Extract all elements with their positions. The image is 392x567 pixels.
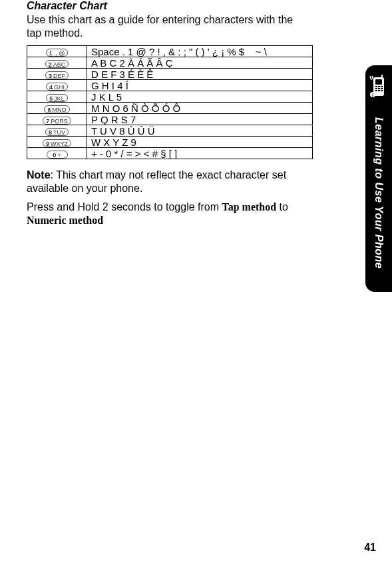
table-row: 2ABCA B C 2 À Á Ã Â Ç [27,57,313,69]
keypad-key-icon: 3DEF [45,71,69,79]
key-digit: 6 [47,107,51,113]
chars-cell: D E F 3 É È Ê [87,69,313,80]
key-cell: 0+ [27,148,87,159]
svg-rect-5 [375,88,377,89]
key-letters: + [57,152,61,159]
hold-instruction: Press and Hold 2 seconds to toggle from … [27,201,306,227]
tap-method-label: Tap method [222,201,277,213]
key-letters: TUV [53,129,65,136]
key-cell: 1.,.@ [27,46,87,57]
table-row: 0++ - 0 * / = > < # § [ ] [27,148,313,159]
svg-rect-8 [375,90,377,91]
keypad-key-icon: 2ABC [45,60,69,68]
key-cell: 6MNO [27,103,87,114]
key-cell: 3DEF [27,69,87,80]
chars-cell: T U V 8 Ù Ú Ü [87,125,313,137]
key-digit: 8 [49,129,52,136]
key-cell: 5JKL [27,91,87,103]
svg-rect-1 [375,79,382,85]
intro-text: Use this chart as a guide for entering c… [27,13,306,40]
keypad-key-icon: 6MNO [44,105,69,113]
key-cell: 2ABC [27,57,87,69]
key-digit: 5 [49,95,53,102]
svg-rect-10 [381,90,383,91]
section-heading: Character Chart [27,0,306,12]
key-letters: DEF [53,73,65,79]
svg-rect-7 [381,88,383,89]
phone-icon: i [369,75,388,101]
table-row: 4GHIG H I 4 Í [27,80,313,91]
keypad-key-icon: 7PQRS [43,117,71,125]
table-row: 8TUVT U V 8 Ù Ú Ü [27,125,313,137]
numeric-method-label: Numeric method [27,215,103,226]
table-row: 5JKLJ K L 5 [27,91,313,103]
svg-rect-2 [375,86,377,87]
table-row: 6MNOM N O 6 Ñ Ò Õ Ó Ô [27,103,313,114]
svg-rect-6 [378,88,380,89]
chars-cell: M N O 6 Ñ Ò Õ Ó Ô [87,103,313,114]
note-label: Note [27,169,51,181]
chars-cell: A B C 2 À Á Ã Â Ç [87,57,313,69]
keypad-key-icon: 9WXYZ [43,139,71,147]
hold-pre: Press and Hold 2 seconds to toggle from [27,201,222,213]
key-digit: 4 [49,84,53,91]
key-digit: 9 [46,141,49,147]
note-paragraph: Note: This chart may not reflect the exa… [27,169,306,195]
note-text: : This chart may not reflect the exact c… [27,169,286,194]
key-letters: GHI [54,84,65,91]
svg-rect-9 [378,90,380,91]
svg-rect-4 [381,86,383,87]
key-cell: 9WXYZ [27,137,87,148]
key-letters: .,.@ [54,50,65,57]
key-digit: 7 [46,118,49,125]
table-row: 1.,.@Space . 1 @ ? ! , & : ; " ( ) ' ¿ ¡… [27,46,313,57]
key-letters: ABC [53,61,66,68]
keypad-key-icon: 4GHI [46,83,68,91]
key-letters: MNO [53,107,67,113]
chars-cell: W X Y Z 9 [87,137,313,148]
key-letters: JKL [54,95,65,102]
chars-cell: + - 0 * / = > < # § [ ] [87,148,313,159]
key-cell: 7PQRS [27,114,87,125]
chars-cell: Space . 1 @ ? ! , & : ; " ( ) ' ¿ ¡ % $ … [87,46,313,57]
svg-rect-3 [378,86,380,87]
chars-cell: P Q R S 7 [87,114,313,125]
key-cell: 4GHI [27,80,87,91]
page-number: 41 [364,542,376,554]
keypad-key-icon: 5JKL [46,94,68,102]
chars-cell: J K L 5 [87,91,313,103]
key-letters: WXYZ [51,141,68,147]
side-tab-label: Learning to Use Your Phone [365,100,392,286]
key-digit: 0 [53,152,56,159]
key-letters: PQRS [51,118,68,125]
table-row: 3DEFD E F 3 É È Ê [27,69,313,80]
hold-mid: to [276,201,288,213]
key-digit: 1 [49,50,53,57]
keypad-key-icon: 1.,.@ [46,49,69,57]
table-row: 9WXYZW X Y Z 9 [27,137,313,148]
key-digit: 3 [49,73,52,79]
keypad-key-icon: 0+ [47,151,68,159]
chars-cell: G H I 4 Í [87,80,313,91]
side-tab: i Learning to Use Your Phone [365,65,392,292]
key-digit: 2 [49,61,52,68]
key-cell: 8TUV [27,125,87,137]
character-chart-table: 1.,.@Space . 1 @ ? ! , & : ; " ( ) ' ¿ ¡… [27,45,313,159]
table-row: 7PQRSP Q R S 7 [27,114,313,125]
keypad-key-icon: 8TUV [45,128,69,136]
